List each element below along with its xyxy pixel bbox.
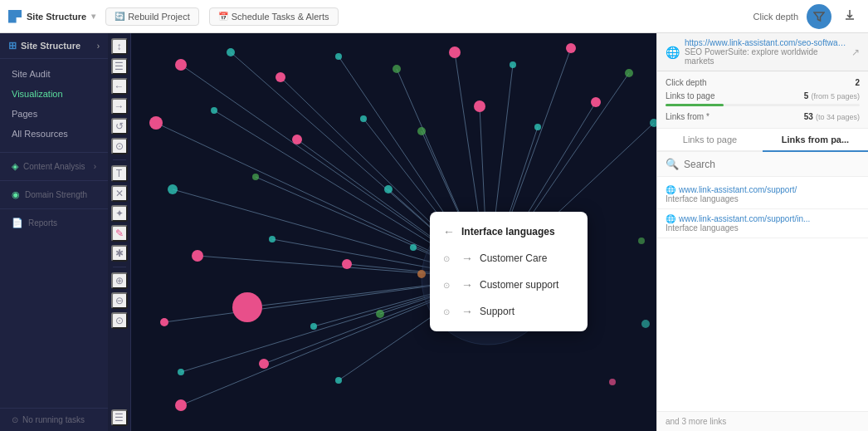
links-from-note: (to 34 pages) bbox=[816, 113, 860, 121]
links-from-value: 53 bbox=[804, 112, 813, 121]
toolbar-list-btn[interactable]: ☰ bbox=[111, 58, 128, 75]
toolbar-target-btn[interactable]: ⊙ bbox=[111, 138, 128, 154]
brand-icon bbox=[8, 10, 22, 23]
brand: Site Structure ▾ bbox=[8, 10, 95, 23]
right-panel-url-content: https://www.link-assistant.com/seo-softw… bbox=[685, 38, 846, 66]
svg-point-41 bbox=[566, 43, 576, 53]
main-layout: ⊞ Site Structure › Site Audit Visualizat… bbox=[0, 33, 868, 431]
svg-point-63 bbox=[178, 369, 184, 375]
svg-point-58 bbox=[410, 244, 417, 251]
svg-point-69 bbox=[641, 320, 650, 328]
sidebar-item-pages[interactable]: Pages bbox=[0, 104, 108, 124]
search-input[interactable] bbox=[684, 159, 860, 170]
toolbar-edit-btn[interactable]: ✎ bbox=[111, 225, 128, 242]
popup-item-interface-languages[interactable]: ← Interface languages bbox=[430, 218, 588, 245]
toolbar-zoom-out-btn[interactable]: ⊖ bbox=[111, 292, 128, 309]
share-icon[interactable]: ↗ bbox=[851, 47, 860, 58]
links-from-stat-value: 53 (to 34 pages) bbox=[804, 111, 860, 121]
click-depth-stat-label: Click depth bbox=[666, 78, 706, 87]
tab-links-to-page[interactable]: Links to page bbox=[657, 129, 763, 152]
popup-left-arrow-icon: ← bbox=[443, 225, 455, 238]
rebuild-icon: 🔄 bbox=[115, 12, 124, 21]
toolbar-refresh-btn[interactable]: ↺ bbox=[111, 118, 128, 135]
popup-item-label: Support bbox=[480, 306, 514, 317]
sidebar-divider-2 bbox=[0, 180, 108, 181]
right-panel-url-text[interactable]: https://www.link-assistant.com/seo-softw… bbox=[685, 38, 846, 47]
svg-point-44 bbox=[211, 107, 217, 114]
tab-links-from-page[interactable]: Links from pa... bbox=[763, 129, 868, 152]
links-to-stat-label: Links to page bbox=[666, 91, 715, 100]
popup-right-arrow-icon: → bbox=[461, 252, 473, 265]
sidebar-item-content-analysis[interactable]: ◈ Content Analysis › bbox=[0, 156, 108, 177]
toolbar-asterisk-btn[interactable]: ✱ bbox=[111, 245, 128, 262]
svg-point-35 bbox=[227, 48, 235, 56]
popup-right-arrow-icon: → bbox=[461, 278, 473, 291]
sidebar-collapse-icon[interactable]: › bbox=[97, 42, 100, 51]
toolbar-forward-btn[interactable]: → bbox=[111, 98, 128, 115]
sidebar-item-site-audit[interactable]: Site Audit bbox=[0, 64, 108, 84]
list-item[interactable]: 🌐 www.link-assistant.com/support/in... I… bbox=[657, 209, 868, 238]
toolbar-text-btn[interactable]: T bbox=[111, 165, 128, 182]
sidebar-title-text: Site Structure bbox=[21, 41, 80, 51]
schedule-button[interactable]: 📅 Schedule Tasks & Alerts bbox=[209, 7, 339, 26]
download-icon: path{stroke:#555;stroke-width:1.5;fill:n… bbox=[844, 9, 856, 21]
svg-point-48 bbox=[474, 100, 485, 112]
toolbar-back-btn[interactable]: ← bbox=[111, 78, 128, 95]
toolbar-expand-btn[interactable]: ↕ bbox=[111, 38, 128, 55]
svg-point-39 bbox=[449, 47, 461, 58]
sidebar-item-label: All Resources bbox=[12, 129, 68, 139]
rebuild-button[interactable]: 🔄 Rebuild Project bbox=[105, 7, 199, 26]
sidebar-title-icon: ⊞ bbox=[8, 40, 17, 51]
svg-point-59 bbox=[160, 318, 168, 326]
toolbar-zoom-in-btn[interactable]: ⊕ bbox=[111, 272, 128, 289]
list-item[interactable]: 🌐 www.link-assistant.com/support/ Interf… bbox=[657, 180, 868, 209]
right-panel-url-bar: 🌐 https://www.link-assistant.com/seo-sof… bbox=[657, 33, 868, 71]
chevron-right-icon: › bbox=[94, 162, 96, 171]
schedule-label: Schedule Tasks & Alerts bbox=[232, 12, 329, 22]
filter-button[interactable] bbox=[807, 4, 831, 29]
links-from-stat-label: Links from * bbox=[666, 112, 710, 121]
popup-node-icon: ⊙ bbox=[443, 254, 455, 263]
link-url-1: 🌐 www.link-assistant.com/support/ bbox=[666, 185, 860, 194]
sidebar-divider-1 bbox=[0, 152, 108, 153]
toolbar-star-btn[interactable]: ✦ bbox=[111, 205, 128, 222]
svg-point-64 bbox=[259, 359, 269, 369]
svg-point-61 bbox=[310, 323, 317, 330]
reports-icon: 📄 bbox=[12, 218, 23, 228]
sidebar-item-domain-strength[interactable]: ◉ Domain Strength bbox=[0, 184, 108, 205]
sidebar-item-reports[interactable]: 📄 Reports bbox=[0, 213, 108, 233]
popup-item-customer-support[interactable]: ⊙ → Customer support bbox=[430, 272, 588, 298]
svg-point-52 bbox=[168, 184, 178, 194]
toolbar-separator-1 bbox=[113, 159, 126, 160]
visualization-area[interactable]: ← Interface languages ⊙ → Customer Care … bbox=[131, 33, 656, 431]
svg-point-34 bbox=[175, 59, 187, 71]
popup-item-label: Interface languages bbox=[461, 226, 555, 238]
popup-item-customer-care[interactable]: ⊙ → Customer Care bbox=[430, 245, 588, 272]
sidebar-item-visualization[interactable]: Visualization bbox=[0, 84, 108, 104]
svg-point-49 bbox=[534, 124, 541, 130]
svg-point-66 bbox=[175, 399, 187, 411]
sidebar-item-label: Pages bbox=[12, 109, 37, 119]
brand-arrow: ▾ bbox=[91, 12, 95, 21]
toolbar-bottom-btn[interactable]: ☰ bbox=[111, 409, 128, 426]
svg-point-55 bbox=[192, 250, 203, 262]
popup-item-support[interactable]: ⊙ → Support bbox=[430, 298, 588, 325]
sidebar-item-label: Site Audit bbox=[12, 69, 50, 79]
download-button[interactable]: path{stroke:#555;stroke-width:1.5;fill:n… bbox=[840, 7, 860, 27]
popup-item-label: Customer Care bbox=[480, 252, 547, 264]
status-text: No running tasks bbox=[22, 415, 85, 424]
svg-point-46 bbox=[360, 115, 367, 122]
svg-point-43 bbox=[149, 116, 163, 130]
toolbar-fit-btn[interactable]: ⊙ bbox=[111, 312, 128, 329]
svg-point-36 bbox=[276, 72, 285, 82]
toolbar-grid-btn[interactable]: ✕ bbox=[111, 185, 128, 202]
top-bar: Site Structure ▾ 🔄 Rebuild Project 📅 Sch… bbox=[0, 0, 868, 33]
stat-row-click-depth: Click depth 2 bbox=[666, 76, 860, 89]
link-globe-icon: 🌐 bbox=[666, 185, 675, 194]
svg-point-40 bbox=[510, 61, 516, 68]
content-analysis-icon: ◈ bbox=[12, 161, 18, 172]
sidebar-item-all-resources[interactable]: All Resources bbox=[0, 124, 108, 144]
popup-item-label: Customer support bbox=[480, 279, 558, 291]
right-panel-footer: and 3 more links bbox=[657, 411, 868, 431]
sidebar-title: ⊞ Site Structure bbox=[8, 40, 80, 51]
